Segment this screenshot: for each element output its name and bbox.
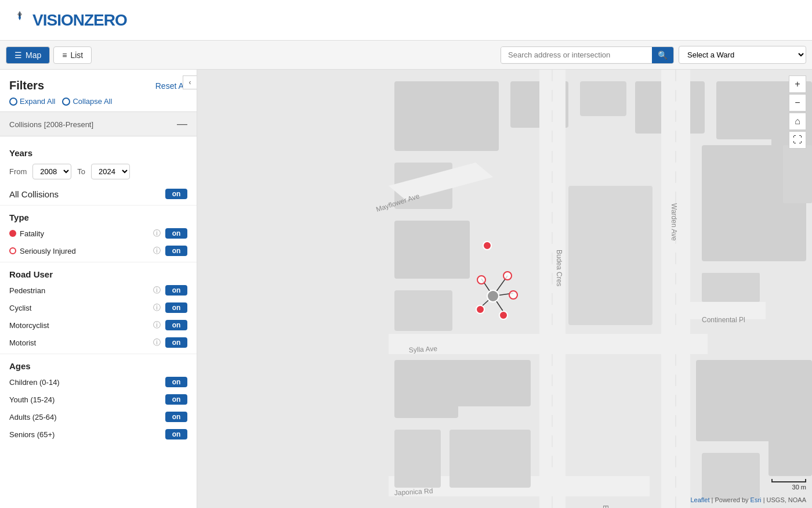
svg-point-45 (483, 242, 491, 250)
seniors-row: Seniors (65+) on (0, 426, 197, 443)
expand-all-button[interactable]: Expand All (9, 97, 55, 106)
svg-rect-26 (449, 360, 531, 406)
fatality-info-icon[interactable]: ⓘ (153, 228, 161, 239)
cyclist-toggle[interactable]: on (165, 302, 187, 313)
seniors-label: Seniors (65+) (9, 430, 161, 439)
seriously-injured-label: Seriously Injured (9, 247, 148, 255)
fatality-row: Fatality ⓘ on (0, 225, 197, 242)
svg-rect-5 (580, 81, 626, 116)
seniors-toggle[interactable]: on (165, 429, 187, 439)
cyclist-info-icon[interactable]: ⓘ (153, 302, 161, 313)
svg-text:Continental Pl: Continental Pl (702, 316, 745, 324)
pedestrian-toggle[interactable]: on (165, 285, 187, 296)
collapse-radio-icon (62, 98, 70, 106)
all-collisions-row: All Collisions on (0, 185, 197, 203)
esri-link[interactable]: Esri (751, 496, 762, 503)
list-tab-button[interactable]: ≡ List (53, 46, 92, 64)
scale-label: 30 m (792, 484, 806, 491)
motorcyclist-toggle[interactable]: on (165, 320, 187, 330)
svg-rect-27 (449, 430, 531, 488)
sidebar: ‹ Filters Reset All Expand All Collapse … (0, 70, 197, 508)
map-tab-label: Map (26, 51, 41, 60)
fatality-dot-icon (9, 230, 16, 237)
map-icon: ☰ (14, 51, 22, 60)
to-label: To (77, 167, 85, 176)
home-button[interactable]: ⌂ (789, 113, 806, 130)
seriously-injured-row: Seriously Injured ⓘ on (0, 242, 197, 260)
svg-text:Warden Ave: Warden Ave (670, 203, 678, 241)
map-attribution: Leaflet | Powered by Esri | USGS, NOAA (690, 496, 806, 503)
motorist-info-icon[interactable]: ⓘ (153, 337, 161, 348)
attribution-text: | Powered by (712, 496, 751, 503)
ward-select[interactable]: Select a WardWard 1Ward 2Ward 3Ward 4War… (679, 46, 806, 64)
map-tab-button[interactable]: ☰ Map (6, 46, 50, 64)
adults-label: Adults (25-64) (9, 413, 161, 421)
motorcyclist-row: Motorcyclist ⓘ on (0, 316, 197, 334)
svg-rect-29 (702, 453, 760, 499)
list-tab-label: List (70, 51, 83, 60)
sidebar-collapse-button[interactable]: ‹ (183, 75, 197, 89)
pedestrian-label: Pedestrian (9, 286, 148, 295)
years-row: From 20082009201020112012201320142015201… (9, 164, 187, 179)
cyclist-row: Cyclist ⓘ on (0, 299, 197, 316)
scale-bar (771, 479, 806, 482)
seriously-injured-info-icon[interactable]: ⓘ (153, 246, 161, 256)
type-subheading: Type (0, 208, 197, 225)
logo-zero: ZERO (84, 11, 127, 29)
youth-toggle[interactable]: on (165, 394, 187, 405)
svg-rect-25 (394, 430, 441, 488)
map-background: Mayflower Ave Sylla Ave Japonica Rd Bude… (197, 70, 812, 508)
zoom-out-button[interactable]: − (789, 94, 806, 111)
expand-collapse-row: Expand All Collapse All (0, 97, 197, 111)
collisions-collapse-icon[interactable]: — (177, 118, 187, 130)
motorcyclist-info-icon[interactable]: ⓘ (153, 320, 161, 330)
svg-rect-12 (394, 290, 452, 331)
svg-point-50 (476, 305, 484, 314)
to-year-select[interactable]: 2008200920102011201220132014201520162017… (91, 164, 130, 179)
children-toggle[interactable]: on (165, 377, 187, 387)
leaflet-link[interactable]: Leaflet (690, 496, 709, 503)
search-input[interactable] (501, 47, 652, 63)
map-container[interactable]: Mayflower Ave Sylla Ave Japonica Rd Bude… (197, 70, 812, 508)
all-collisions-toggle[interactable]: on (165, 189, 187, 199)
all-collisions-label: All Collisions (9, 189, 161, 199)
map-scale: 30 m (771, 479, 806, 491)
logo: VISIONZERO (9, 10, 127, 31)
attribution-usgs: | USGS, NOAA (763, 496, 806, 503)
fullscreen-button[interactable]: ⛶ (789, 131, 806, 149)
cyclist-label: Cyclist (9, 304, 148, 312)
fatality-toggle[interactable]: on (165, 228, 187, 239)
logo-vision: VISION (32, 11, 84, 29)
collisions-section-header: Collisions [2008-Present] — (0, 111, 197, 136)
search-button[interactable]: 🔍 (652, 47, 673, 63)
collisions-title: Collisions [2008-Present] (9, 119, 93, 129)
search-box: 🔍 (501, 46, 674, 64)
seriously-injured-dot-icon (9, 247, 16, 254)
filters-header: Filters Reset All (0, 70, 197, 97)
svg-point-46 (477, 276, 485, 284)
adults-row: Adults (25-64) on (0, 408, 197, 426)
header: VISIONZERO (0, 0, 812, 41)
logo-text: VISIONZERO (32, 11, 127, 30)
map-controls: + − ⌂ ⛶ (789, 75, 806, 149)
pedestrian-row: Pedestrian ⓘ on (0, 282, 197, 299)
svg-rect-24 (394, 360, 458, 418)
main: ‹ Filters Reset All Expand All Collapse … (0, 70, 812, 508)
logo-icon (9, 10, 30, 31)
zoom-in-button[interactable]: + (789, 75, 806, 93)
seriously-injured-toggle[interactable]: on (165, 246, 187, 256)
adults-toggle[interactable]: on (165, 412, 187, 422)
motorist-toggle[interactable]: on (165, 337, 187, 348)
ages-subheading: Ages (0, 356, 197, 373)
years-filter-group: Years From 20082009201020112012201320142… (0, 142, 197, 185)
collapse-all-button[interactable]: Collapse All (62, 97, 112, 106)
motorist-row: Motorist ⓘ on (0, 334, 197, 351)
svg-rect-31 (783, 145, 812, 203)
svg-text:Budea Cres: Budea Cres (601, 505, 610, 508)
svg-text:Budea Cres: Budea Cres (555, 250, 563, 286)
filters-title: Filters (9, 79, 44, 92)
road-user-subheading: Road User (0, 265, 197, 282)
svg-rect-23 (568, 186, 652, 325)
from-year-select[interactable]: 2008200920102011201220132014201520162017… (32, 164, 71, 179)
pedestrian-info-icon[interactable]: ⓘ (153, 285, 161, 296)
